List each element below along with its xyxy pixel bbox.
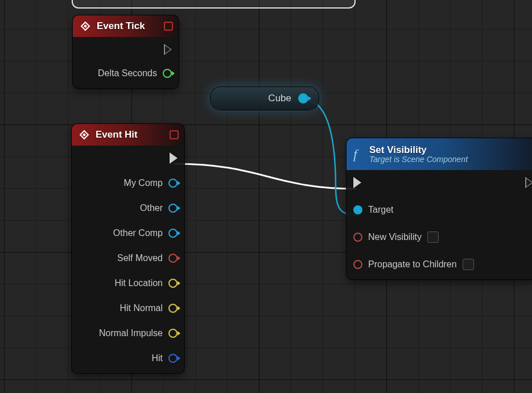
object-pin-icon	[353, 205, 362, 214]
output-pin-hit-normal[interactable]: Hit Normal	[119, 300, 178, 316]
node-header[interactable]: f Set Visibility Target is Scene Compone…	[347, 138, 532, 170]
float-pin-icon	[163, 69, 172, 78]
pin-label: New Visibility	[368, 232, 422, 242]
svg-text:f: f	[353, 147, 359, 162]
input-pin-propagate[interactable]: Propagate to Children	[353, 257, 474, 272]
pin-label: Normal Impulse	[99, 328, 163, 338]
output-pin-self-moved[interactable]: Self Moved	[117, 250, 178, 266]
vector-pin-icon	[168, 329, 178, 338]
input-pin-target[interactable]: Target	[353, 202, 393, 218]
node-header[interactable]: Event Tick	[73, 15, 179, 37]
struct-pin-icon	[168, 354, 178, 363]
node-title: Set Visibility	[369, 144, 468, 156]
object-pin-icon	[168, 204, 178, 213]
pin-label: Delta Seconds	[98, 68, 157, 78]
pin-label: Other	[140, 203, 163, 213]
node-event-hit[interactable]: Event Hit My Comp Other Other Comp Self …	[72, 124, 184, 373]
event-icon	[80, 20, 91, 32]
output-pin-other[interactable]: Other	[140, 200, 178, 216]
exec-arrow-icon	[170, 152, 178, 164]
object-output-pin[interactable]	[298, 93, 308, 104]
comment-box-edge[interactable]	[72, 0, 356, 9]
node-subtitle: Target is Scene Component	[369, 155, 468, 164]
bool-pin-icon	[168, 254, 178, 263]
node-set-visibility[interactable]: f Set Visibility Target is Scene Compone…	[347, 138, 532, 279]
exec-output-pin[interactable]	[525, 175, 532, 191]
input-pin-new-visibility[interactable]: New Visibility	[353, 229, 439, 245]
object-pin-icon	[168, 179, 178, 188]
output-pin-my-comp[interactable]: My Comp	[124, 175, 178, 191]
delegate-pin[interactable]	[164, 22, 173, 31]
output-pin-delta-seconds[interactable]: Delta Seconds	[98, 65, 172, 81]
output-pin-other-comp[interactable]: Other Comp	[113, 225, 178, 241]
bool-pin-icon	[353, 260, 362, 269]
pin-label: Self Moved	[117, 253, 163, 263]
exec-arrow-icon	[525, 177, 532, 188]
exec-output-pin[interactable]	[164, 42, 172, 57]
exec-output-pin[interactable]	[170, 150, 178, 166]
vector-pin-icon	[168, 304, 178, 313]
event-icon	[79, 129, 90, 140]
pin-label: Hit Normal	[119, 303, 163, 313]
output-pin-hit-location[interactable]: Hit Location	[115, 275, 178, 291]
exec-input-pin[interactable]	[353, 175, 361, 191]
node-title: Event Hit	[96, 129, 138, 140]
delegate-pin[interactable]	[170, 130, 179, 139]
pin-label: Hit Location	[115, 278, 163, 288]
node-variable-cube[interactable]: Cube	[211, 87, 319, 110]
function-icon: f	[353, 146, 364, 162]
output-pin-hit[interactable]: Hit	[151, 350, 178, 366]
node-event-tick[interactable]: Event Tick Delta Seconds	[73, 15, 179, 88]
pin-label: Hit	[151, 353, 163, 363]
exec-arrow-icon	[353, 177, 361, 188]
node-title: Event Tick	[97, 20, 145, 32]
bool-pin-icon	[353, 233, 362, 242]
pin-label: Other Comp	[113, 228, 163, 238]
object-pin-icon	[168, 229, 178, 238]
exec-arrow-icon	[164, 44, 172, 55]
variable-label: Cube	[268, 93, 291, 104]
pin-label: Target	[368, 205, 393, 215]
node-header[interactable]: Event Hit	[72, 124, 184, 146]
bool-default-checkbox[interactable]	[463, 259, 474, 270]
bool-default-checkbox[interactable]	[427, 231, 439, 243]
pin-label: My Comp	[124, 178, 163, 188]
output-pin-normal-impulse[interactable]: Normal Impulse	[99, 325, 178, 341]
pin-label: Propagate to Children	[368, 259, 457, 270]
vector-pin-icon	[168, 279, 178, 288]
